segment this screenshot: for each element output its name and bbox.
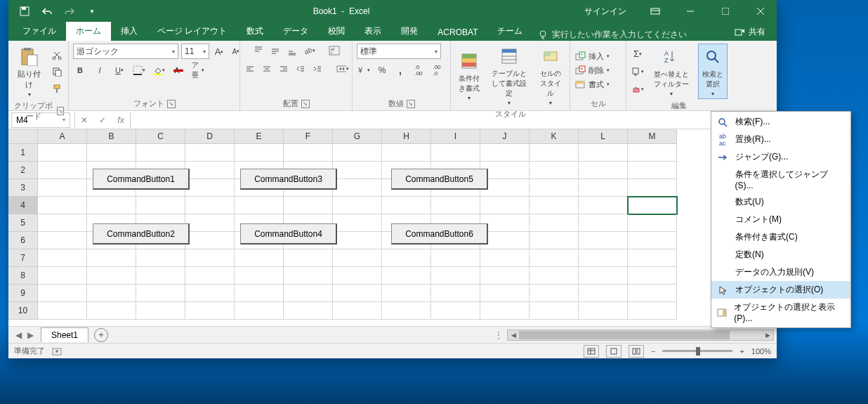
increase-decimal-icon[interactable]: .0.00 <box>412 63 426 77</box>
macro-record-icon[interactable] <box>52 347 62 356</box>
cell-L6[interactable] <box>579 232 628 249</box>
decrease-decimal-icon[interactable]: .00.0 <box>430 63 444 77</box>
cell-E4[interactable] <box>235 197 284 214</box>
cell-M1[interactable] <box>628 144 677 162</box>
cell-A2[interactable] <box>38 162 87 179</box>
cell-K8[interactable] <box>530 267 579 285</box>
conditional-format-button[interactable]: 条件付き書式▾ <box>455 48 483 103</box>
font-color-icon[interactable]: A▾ <box>171 63 185 77</box>
cell-K5[interactable] <box>530 214 579 232</box>
row-header-3[interactable]: 3 <box>8 179 38 197</box>
italic-button[interactable]: I <box>93 63 107 77</box>
menu-conditional-formatting[interactable]: 条件付き書式(C) <box>711 228 850 246</box>
sheet-tab-1[interactable]: Sheet1 <box>41 327 88 342</box>
menu-find[interactable]: 検索(F)... <box>711 113 850 131</box>
menu-goto-special[interactable]: 条件を選択してジャンプ(S)... <box>711 166 850 193</box>
format-as-table-button[interactable]: テーブルとして書式設定▾ <box>487 44 531 107</box>
enter-formula-icon[interactable]: ✓ <box>93 115 112 125</box>
cell-C9[interactable] <box>136 285 185 302</box>
tab-layout[interactable]: ページ レイアウト <box>147 22 237 41</box>
cell-L8[interactable] <box>579 267 628 285</box>
cancel-formula-icon[interactable]: ✕ <box>75 115 93 125</box>
fx-icon[interactable]: fx <box>112 115 130 125</box>
command-button-6[interactable]: CommandButton6 <box>391 223 488 245</box>
align-bottom-icon[interactable] <box>285 44 299 58</box>
comma-icon[interactable]: , <box>393 63 407 77</box>
align-middle-icon[interactable] <box>268 44 282 58</box>
cell-D7[interactable] <box>185 249 235 267</box>
font-name-combo[interactable]: 游ゴシック▾ <box>73 44 178 59</box>
col-header-J[interactable]: J <box>480 129 530 144</box>
cell-K1[interactable] <box>530 144 579 162</box>
cell-L4[interactable] <box>579 197 628 214</box>
align-left-icon[interactable] <box>243 62 257 76</box>
cell-M8[interactable] <box>628 267 677 285</box>
cell-A3[interactable] <box>38 179 87 197</box>
cell-D10[interactable] <box>185 302 235 320</box>
cell-K3[interactable] <box>530 179 579 197</box>
undo-icon[interactable] <box>41 5 53 18</box>
border-icon[interactable]: ▾ <box>132 63 146 77</box>
sign-in-link[interactable]: サインイン <box>574 6 636 18</box>
cell-C10[interactable] <box>136 302 185 320</box>
menu-constants[interactable]: 定数(N) <box>711 246 850 263</box>
col-header-A[interactable]: A <box>38 129 87 144</box>
cell-H7[interactable] <box>382 249 431 267</box>
cell-J8[interactable] <box>480 267 530 285</box>
cell-J7[interactable] <box>480 249 530 267</box>
normal-view-icon[interactable] <box>584 345 599 358</box>
cell-J9[interactable] <box>480 285 530 302</box>
tab-home[interactable]: ホーム <box>66 22 111 41</box>
cell-I10[interactable] <box>431 302 480 320</box>
cell-M6[interactable] <box>628 232 677 249</box>
cell-E1[interactable] <box>235 144 284 162</box>
row-header-10[interactable]: 10 <box>8 302 38 320</box>
cell-I4[interactable] <box>431 197 480 214</box>
close-button[interactable] <box>744 0 777 22</box>
phonetic-icon[interactable]: ア亜▾ <box>191 63 205 77</box>
cell-H9[interactable] <box>382 285 431 302</box>
row-header-8[interactable]: 8 <box>8 267 38 285</box>
orientation-icon[interactable]: ab▾ <box>302 44 316 58</box>
sheet-nav-prev-icon[interactable]: ◀ <box>15 330 22 340</box>
command-button-4[interactable]: CommandButton4 <box>240 223 337 245</box>
cell-F10[interactable] <box>284 302 333 320</box>
cell-J1[interactable] <box>480 144 530 162</box>
row-header-2[interactable]: 2 <box>8 162 38 179</box>
tab-file[interactable]: ファイル <box>13 22 66 41</box>
format-painter-icon[interactable] <box>50 82 64 96</box>
cell-L9[interactable] <box>579 285 628 302</box>
col-header-C[interactable]: C <box>136 129 185 144</box>
fill-color-icon[interactable]: ▾ <box>152 63 166 77</box>
cell-L3[interactable] <box>579 179 628 197</box>
cell-M2[interactable] <box>628 162 677 179</box>
horizontal-scrollbar[interactable]: ◀▶ <box>507 330 774 341</box>
cell-F9[interactable] <box>284 285 333 302</box>
accounting-icon[interactable]: ¥▾ <box>357 63 371 77</box>
tab-insert[interactable]: 挿入 <box>111 22 147 41</box>
decrease-indent-icon[interactable] <box>294 62 308 76</box>
cell-D2[interactable] <box>185 162 235 179</box>
cell-K10[interactable] <box>530 302 579 320</box>
zoom-level[interactable]: 100% <box>751 347 771 356</box>
insert-cells-button[interactable]: +挿入▾ <box>574 51 610 62</box>
cell-G9[interactable] <box>333 285 382 302</box>
cell-G3[interactable] <box>333 179 382 197</box>
cell-I8[interactable] <box>431 267 480 285</box>
col-header-L[interactable]: L <box>579 129 628 144</box>
col-header-H[interactable]: H <box>382 129 431 144</box>
cell-G5[interactable] <box>333 214 382 232</box>
select-all-corner[interactable] <box>8 129 38 144</box>
cell-A6[interactable] <box>38 232 87 249</box>
cell-C1[interactable] <box>136 144 185 162</box>
col-header-B[interactable]: B <box>87 129 136 144</box>
cell-C8[interactable] <box>136 267 185 285</box>
menu-comments[interactable]: コメント(M) <box>711 211 850 228</box>
command-button-3[interactable]: CommandButton3 <box>240 169 337 190</box>
menu-formulas[interactable]: 数式(U) <box>711 193 850 211</box>
cell-A10[interactable] <box>38 302 87 320</box>
cell-A5[interactable] <box>38 214 87 232</box>
cell-B10[interactable] <box>87 302 136 320</box>
cell-E8[interactable] <box>235 267 284 285</box>
zoom-out-button[interactable]: − <box>651 347 655 356</box>
